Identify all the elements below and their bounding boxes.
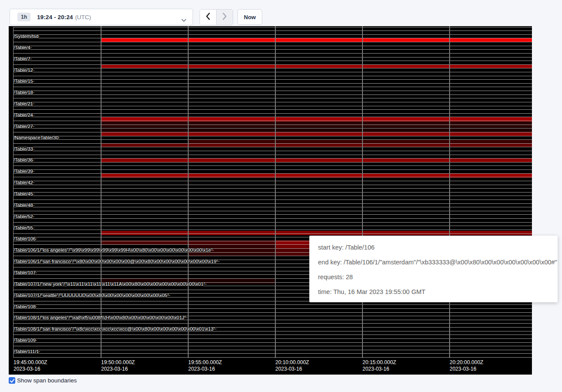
- time-gridline: [101, 26, 102, 358]
- heat-band: [101, 128, 532, 132]
- time-range-label: 19:24 - 20:24: [37, 14, 73, 20]
- span-label: /Table/106/1/"san francisco"/"\x80\x00\x…: [14, 259, 218, 264]
- next-interval-button[interactable]: [217, 10, 233, 25]
- tooltip-requests: requests: 28: [318, 270, 558, 284]
- span-label: /Table/33: [14, 146, 33, 152]
- key-visualizer-canvas[interactable]: /System/tsd/Table/4/Table/7/Table/12/Tab…: [9, 26, 532, 375]
- time-tick-time: 19:45:00.000Z: [14, 359, 47, 366]
- span-boundary-line: [13, 113, 532, 114]
- span-boundary-line: [13, 83, 532, 84]
- time-tick: 19:55:00.000Z2023-03-16: [188, 359, 222, 372]
- duration-chip: 1h: [17, 13, 30, 21]
- span-boundary-line: [13, 76, 532, 76]
- span-boundary-line: [13, 143, 532, 144]
- time-tick-date: 2023-03-16: [101, 366, 135, 372]
- span-boundary-line: [13, 342, 532, 343]
- show-span-boundaries-checkbox[interactable]: [9, 377, 15, 384]
- span-boundary-line: [13, 222, 532, 223]
- span-boundary-line: [13, 61, 532, 61]
- span-boundary-line: [13, 42, 532, 42]
- span-boundary-line: [13, 230, 532, 230]
- span-boundary-line: [13, 169, 532, 170]
- time-tick: 20:10:00.000Z2023-03-16: [275, 359, 309, 372]
- time-tick: 19:45:00.000Z2023-03-16: [14, 359, 47, 372]
- span-label: /NamespaceTable/30: [14, 135, 58, 140]
- time-tick-date: 2023-03-16: [450, 366, 483, 372]
- span-label: /Table/106: [14, 236, 36, 241]
- span-boundary-line: [13, 199, 532, 200]
- span-boundary-line: [13, 68, 532, 68]
- span-boundary-line: [13, 132, 532, 132]
- span-boundary-line: [13, 49, 532, 50]
- time-tick-time: 20:15:00.000Z: [362, 359, 396, 366]
- canvas-footer: Show span boundaries: [9, 377, 77, 384]
- span-boundary-line: [13, 304, 532, 305]
- span-label: /Table/107: [14, 270, 36, 275]
- span-boundary-line: [13, 166, 532, 166]
- key-visualizer-page: 1h 19:24 - 20:24 (UTC) Now /System/tsd/T…: [0, 0, 562, 392]
- span-boundary-line: [13, 192, 532, 193]
- span-boundary-line: [13, 346, 532, 346]
- span-boundary-line: [13, 211, 532, 211]
- span-label: /Table/7: [14, 56, 30, 61]
- span-label: /Table/55: [14, 225, 33, 230]
- span-label: /Table/15: [14, 78, 33, 84]
- span-boundary-line: [13, 323, 532, 324]
- span-boundary-line: [13, 357, 532, 358]
- span-tooltip: start key: /Table/106 end key: /Table/10…: [309, 236, 558, 302]
- time-tick: 20:20:00.000Z2023-03-16: [450, 359, 483, 372]
- time-tick-time: 20:20:00.000Z: [450, 359, 483, 366]
- span-label: /Table/27: [14, 124, 33, 129]
- time-gridline: [362, 26, 363, 358]
- span-label: /Table/18: [14, 90, 33, 95]
- span-boundary-line: [13, 353, 532, 354]
- span-boundary-line: [13, 106, 532, 106]
- span-boundary-line: [13, 155, 532, 155]
- time-tick-time: 19:50:00.000Z: [101, 359, 135, 366]
- tooltip-end-key: end key: /Table/106/1/"amsterdam"/"\xb33…: [318, 255, 558, 270]
- span-boundary-line: [13, 102, 532, 102]
- span-label: /Table/36: [14, 157, 33, 162]
- span-label: /Table/24: [14, 112, 33, 118]
- span-boundary-line: [13, 46, 532, 46]
- previous-interval-button[interactable]: [200, 10, 217, 25]
- span-boundary-line: [13, 72, 532, 72]
- time-range-selector[interactable]: 1h 19:24 - 20:24 (UTC): [10, 9, 193, 25]
- span-boundary-line: [13, 27, 532, 27]
- span-boundary-line: [13, 98, 532, 98]
- span-boundary-line: [13, 203, 532, 204]
- time-tick: 19:50:00.000Z2023-03-16: [101, 359, 135, 372]
- span-boundary-line: [13, 214, 532, 215]
- span-boundary-line: [13, 151, 532, 151]
- span-label: /Table/52: [14, 214, 33, 219]
- time-tick-date: 2023-03-16: [275, 366, 309, 372]
- span-boundary-line: [13, 233, 532, 234]
- time-tick: 20:15:00.000Z2023-03-16: [362, 359, 396, 372]
- span-label: /Table/108/1/"san francisco"/"\x8c\xcc\x…: [14, 326, 215, 331]
- chevron-down-icon: [181, 16, 186, 24]
- span-boundary-line: [13, 185, 532, 185]
- span-boundary-line: [13, 38, 532, 38]
- span-boundary-line: [13, 117, 532, 117]
- span-boundary-line: [13, 173, 532, 174]
- span-label: /Table/42: [14, 180, 33, 185]
- span-boundary-line: [13, 79, 532, 80]
- span-label: /Table/21: [14, 101, 33, 106]
- span-boundary-line: [13, 109, 532, 110]
- span-label: /Table/48: [14, 203, 33, 208]
- span-label: /Table/12: [14, 68, 33, 73]
- span-boundary-line: [13, 350, 532, 350]
- span-boundary-line: [13, 308, 532, 309]
- tooltip-time: time: Thu, 16 Mar 2023 19:55:00 GMT: [318, 284, 558, 299]
- span-boundary-line: [13, 207, 532, 207]
- span-label: /Table/4: [14, 45, 30, 50]
- now-button[interactable]: Now: [237, 9, 262, 25]
- span-boundary-line: [13, 128, 532, 128]
- span-label: /Table/106/1/"los angeles"/"\x99\x99\x99…: [14, 247, 213, 253]
- heat-band: [101, 64, 532, 68]
- span-label: /System/tsd: [14, 34, 38, 39]
- time-gridline: [449, 26, 450, 358]
- span-boundary-line: [13, 312, 532, 313]
- span-label: /Table/111/1: [14, 349, 39, 354]
- show-span-boundaries-label: Show span boundaries: [17, 377, 77, 384]
